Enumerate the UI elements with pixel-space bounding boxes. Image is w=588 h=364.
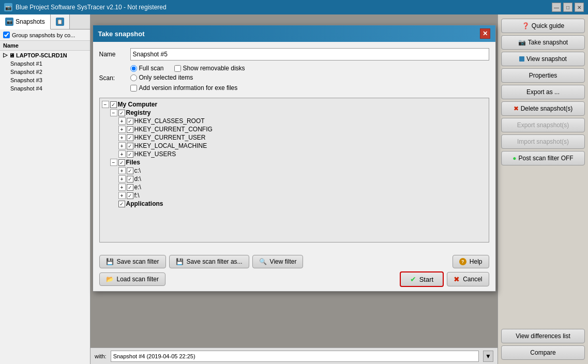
- group-checkbox[interactable]: [3, 32, 10, 38]
- full-scan-option[interactable]: Full scan: [130, 65, 164, 72]
- expand-d[interactable]: +: [118, 175, 126, 183]
- tree-my-computer[interactable]: − My Computer: [102, 100, 487, 109]
- checkbox-f[interactable]: [127, 192, 133, 199]
- checkbox-my-computer[interactable]: [110, 101, 117, 108]
- show-removable-label: Show removable disks: [183, 65, 245, 72]
- minimize-button[interactable]: —: [552, 3, 561, 12]
- compare-button[interactable]: Compare: [501, 345, 585, 360]
- view-filter-button[interactable]: 🔍 View filter: [252, 255, 304, 268]
- scan-label: Scan:: [99, 74, 125, 82]
- expand-registry[interactable]: −: [110, 109, 117, 116]
- checkbox-hku[interactable]: [127, 151, 133, 158]
- left-panel: 📷 Snapshots 📋 Group snapshots by co... N…: [0, 14, 91, 364]
- export-as-button[interactable]: Export as ...: [501, 85, 585, 99]
- show-removable-checkbox[interactable]: [174, 65, 181, 72]
- tab-snapshots[interactable]: 📷 Snapshots: [0, 14, 51, 29]
- save-scan-filter-button[interactable]: 💾 Save scan filter: [99, 255, 166, 268]
- cancel-button[interactable]: ✖ Cancel: [447, 272, 489, 286]
- load-scan-filter-button[interactable]: 📂 Load scan filter: [99, 272, 165, 286]
- save-scan-filter-as-button[interactable]: 💾 Save scan filter as...: [169, 255, 249, 268]
- tree-e-drive[interactable]: + e:\: [118, 183, 487, 191]
- computer-node[interactable]: ▷ 🖥 LAPTOP-5CLRD1N: [0, 51, 90, 59]
- only-selected-radio[interactable]: [130, 74, 137, 81]
- label-hkcu: HKEY_CURRENT_USER: [134, 134, 206, 141]
- label-hkcr: HKEY_CLASSES_ROOT: [134, 117, 205, 125]
- expand-hkcu[interactable]: +: [118, 134, 126, 141]
- expand-e[interactable]: +: [118, 184, 126, 191]
- label-hku: HKEY_USERS: [134, 150, 176, 158]
- name-input[interactable]: [130, 48, 489, 60]
- tab-snapshots-label: Snapshots: [16, 18, 45, 25]
- snapshot-item-3[interactable]: Snapshot #3: [0, 76, 90, 84]
- show-removable-option[interactable]: Show removable disks: [174, 65, 245, 72]
- maximize-button[interactable]: □: [563, 3, 572, 12]
- tree-applications[interactable]: Applications: [110, 200, 487, 208]
- save-as-icon: 💾: [176, 258, 184, 265]
- add-version-option[interactable]: Add version information for exe files: [130, 84, 489, 92]
- checkbox-e[interactable]: [127, 184, 133, 191]
- quick-guide-button[interactable]: ❓ Quick guide: [501, 19, 585, 33]
- snapshot-item-2[interactable]: Snapshot #2: [0, 68, 90, 76]
- delete-icon: ✖: [514, 105, 519, 112]
- delete-snapshot-button[interactable]: ✖ Delete snapshot(s): [501, 101, 585, 116]
- label-my-computer: My Computer: [118, 101, 158, 108]
- tree-hkey-current-config[interactable]: + HKEY_CURRENT_CONFIG: [118, 125, 487, 133]
- checkbox-registry[interactable]: [118, 110, 125, 116]
- import-snapshots-button[interactable]: Import snapshot(s): [501, 134, 585, 149]
- checkbox-hklm[interactable]: [127, 143, 133, 149]
- view-differences-button[interactable]: View differences list: [501, 329, 585, 343]
- tab-bar: 📷 Snapshots 📋: [0, 14, 90, 29]
- checkbox-hkcc[interactable]: [127, 126, 133, 133]
- properties-button[interactable]: Properties: [501, 68, 585, 83]
- tree-f-drive[interactable]: + f:\: [118, 191, 487, 200]
- expand-hku[interactable]: +: [118, 150, 126, 158]
- checkbox-d[interactable]: [127, 176, 133, 183]
- start-check-icon: ✔: [410, 275, 416, 283]
- tree-header: Name: [0, 41, 90, 51]
- center-area: Take snapshot ✕ Name Scan:: [91, 14, 497, 347]
- modal-close-button[interactable]: ✕: [480, 28, 490, 39]
- expand-files[interactable]: −: [110, 159, 117, 166]
- bottom-btn-row-1: 💾 Save scan filter 💾 Save scan filter as…: [99, 255, 489, 268]
- checkbox-files[interactable]: [118, 159, 125, 166]
- view-snapshot-button[interactable]: View snapshot: [501, 52, 585, 66]
- expand-c[interactable]: +: [118, 167, 126, 174]
- only-selected-option[interactable]: Only selected items: [130, 74, 489, 81]
- bottom-bar-input[interactable]: [111, 351, 479, 362]
- expand-my-computer[interactable]: −: [102, 101, 109, 108]
- export-snapshots-button[interactable]: Export snapshot(s): [501, 118, 585, 132]
- expand-f[interactable]: +: [118, 192, 126, 199]
- checkbox-c[interactable]: [127, 168, 133, 174]
- expand-hklm[interactable]: +: [118, 142, 126, 149]
- snapshot-tree: ▷ 🖥 LAPTOP-5CLRD1N Snapshot #1 Snapshot …: [0, 51, 90, 364]
- label-e: e:\: [134, 184, 141, 191]
- quick-guide-icon: ❓: [522, 22, 530, 29]
- add-version-checkbox[interactable]: [130, 85, 137, 92]
- tree-files[interactable]: − Files: [110, 158, 487, 166]
- expand-hkcr[interactable]: +: [118, 117, 126, 125]
- post-scan-filter-button[interactable]: ● Post scan filter OFF: [501, 151, 585, 165]
- take-snapshot-button[interactable]: 📷 Take snapshot: [501, 35, 585, 50]
- snapshot-item-1[interactable]: Snapshot #1: [0, 59, 90, 68]
- label-d: d:\: [134, 175, 141, 183]
- checkbox-hkcu[interactable]: [127, 134, 133, 141]
- checkbox-hkcr[interactable]: [127, 118, 133, 125]
- close-button[interactable]: ✕: [575, 3, 584, 12]
- help-button[interactable]: ? Help: [453, 255, 489, 268]
- full-scan-radio[interactable]: [130, 65, 137, 72]
- tree-hkey-local-machine[interactable]: + HKEY_LOCAL_MACHINE: [118, 142, 487, 150]
- tree-d-drive[interactable]: + d:\: [118, 175, 487, 183]
- modal-title: Take snapshot: [98, 30, 145, 38]
- bottom-bar-dropdown[interactable]: ▼: [483, 351, 493, 362]
- start-button[interactable]: ✔ Start: [400, 271, 444, 287]
- tree-c-drive[interactable]: + c:\: [118, 166, 487, 175]
- full-scan-label: Full scan: [139, 65, 164, 72]
- checkbox-applications[interactable]: [118, 201, 125, 207]
- snapshot-item-4[interactable]: Snapshot #4: [0, 84, 90, 93]
- tab-second[interactable]: 📋: [51, 14, 70, 29]
- tree-hkey-users[interactable]: + HKEY_USERS: [118, 150, 487, 158]
- tree-registry[interactable]: − Registry: [110, 109, 487, 117]
- tree-hkey-current-user[interactable]: + HKEY_CURRENT_USER: [118, 133, 487, 142]
- tree-hkey-classes-root[interactable]: + HKEY_CLASSES_ROOT: [118, 117, 487, 125]
- expand-hkcc[interactable]: +: [118, 126, 126, 133]
